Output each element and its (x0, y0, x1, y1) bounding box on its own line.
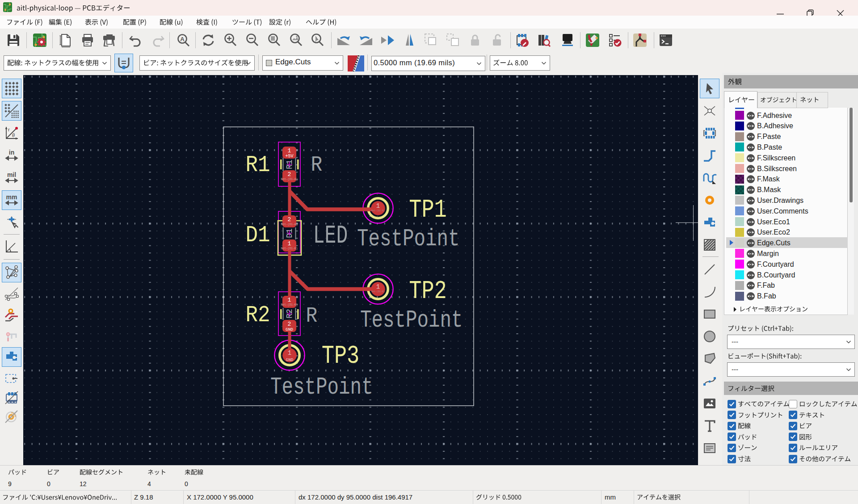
svg-text:2: 2 (288, 216, 291, 223)
svg-text:Net-(D1-K): Net-(D1-K) (281, 303, 298, 307)
svg-text:TP1: TP1 (409, 195, 447, 225)
svg-text:Net-(D1-A): Net-(D1-A) (281, 223, 298, 226)
svg-text:2: 2 (288, 171, 291, 178)
svg-text:1: 1 (288, 147, 291, 154)
svg-text:+5V: +5V (285, 154, 293, 159)
svg-text:A: A (180, 36, 185, 42)
svg-text:TP2: TP2 (409, 277, 447, 306)
svg-text:1: 1 (376, 283, 380, 290)
svg-text:2: 2 (288, 321, 291, 328)
svg-text:Net-(D1-A): Net-(D1-A) (281, 178, 298, 181)
svg-text:TP3: TP3 (322, 341, 360, 371)
svg-text:Net-(D1-A): Net-(D1-A) (371, 210, 385, 212)
svg-text:θ: θ (12, 132, 15, 139)
svg-text:TestPoint: TestPoint (270, 374, 373, 401)
svg-text:Net-(D1-K): Net-(D1-K) (371, 290, 385, 293)
svg-text:mil: mil (7, 171, 16, 178)
svg-text:TestPoint: TestPoint (360, 307, 463, 334)
svg-text:R1: R1 (245, 152, 270, 178)
svg-text:Net-(D1-K): Net-(D1-K) (281, 247, 298, 250)
svg-text:TestPoint: TestPoint (357, 226, 459, 252)
svg-text:GND: GND (286, 357, 293, 362)
svg-text:R: R (306, 304, 318, 328)
svg-text:1: 1 (376, 202, 380, 210)
svg-text:R2: R2 (245, 302, 270, 328)
svg-text:R: R (311, 153, 323, 177)
svg-text:1: 1 (288, 297, 291, 303)
svg-text:in: in (9, 149, 14, 156)
svg-text:1: 1 (288, 240, 291, 247)
svg-text:GND: GND (286, 327, 293, 332)
svg-text:mm: mm (6, 193, 17, 201)
svg-text:r: r (8, 127, 10, 132)
svg-text:1: 1 (288, 349, 291, 357)
svg-text:LED: LED (313, 222, 348, 250)
svg-text:D1: D1 (245, 222, 270, 248)
